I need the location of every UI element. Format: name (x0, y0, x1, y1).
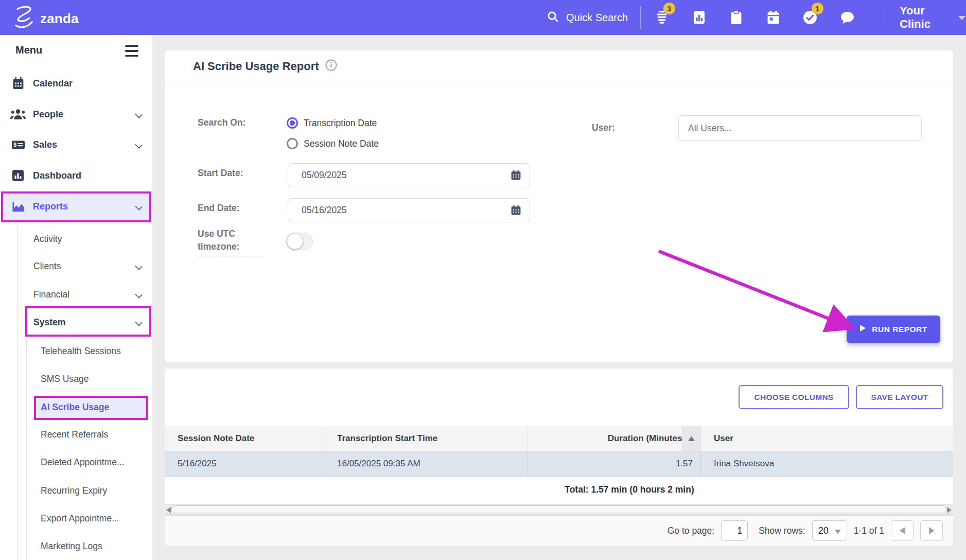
chevron-down-icon (135, 291, 142, 298)
svg-text:$: $ (13, 142, 16, 148)
run-report-label: RUN REPORT (872, 325, 927, 334)
previous-page-button[interactable] (891, 520, 914, 541)
report-title-bar: AI Scribe Usage Report (165, 50, 953, 82)
sidebar-item-export-appointments[interactable]: Export Appointme... (0, 507, 152, 530)
session-note-date-radio[interactable]: Session Note Date (287, 138, 379, 149)
sidebar: Menu Calendar (0, 35, 152, 560)
sidebar-item-system[interactable]: System (0, 311, 152, 334)
scroll-left-icon[interactable] (166, 506, 171, 515)
column-header-transcription-start-time[interactable]: Transcription Start Time (324, 426, 528, 451)
tasks-icon[interactable]: 3 (652, 7, 672, 28)
scroll-right-icon[interactable] (947, 506, 952, 515)
check-circle-icon[interactable]: 1 (800, 7, 820, 28)
sidebar-item-clients[interactable]: Clients (0, 255, 152, 277)
utc-toggle[interactable] (286, 233, 313, 250)
sidebar-item-label: Clients (33, 261, 61, 272)
next-page-button[interactable] (920, 520, 943, 541)
user-input[interactable] (678, 115, 922, 141)
sidebar-item-activity[interactable]: Activity (0, 227, 152, 250)
radio-label: Transcription Date (304, 118, 377, 129)
sidebar-item-recent-referrals[interactable]: Recent Referrals (0, 423, 152, 446)
show-rows-select[interactable]: 20 (812, 520, 847, 541)
radio-label: Session Note Date (304, 138, 379, 149)
tasks-badge: 3 (663, 3, 675, 14)
table-header-row: Session Note Date Transcription Start Ti… (165, 426, 953, 451)
page-title: AI Scribe Usage Report (193, 60, 319, 73)
sidebar-item-calendar[interactable]: Calendar (0, 72, 152, 95)
sort-ascending-icon[interactable] (682, 426, 700, 451)
chevron-down-icon (135, 141, 142, 148)
hamburger-icon[interactable] (125, 45, 138, 57)
end-date-input[interactable] (288, 198, 530, 222)
sidebar-item-deleted-appointments[interactable]: Deleted Appointme... (0, 451, 152, 474)
brand-name: zanda (40, 11, 79, 27)
clipboard-icon[interactable] (726, 7, 746, 28)
results-card: CHOOSE COLUMNS SAVE LAYOUT Session Note … (165, 369, 953, 546)
chevron-down-icon (135, 203, 142, 210)
topbar-divider-2 (889, 6, 889, 29)
sidebar-item-label: Financial (33, 289, 69, 300)
clinic-name: Your Clinic (900, 4, 951, 31)
quick-search[interactable]: Quick Search (547, 0, 628, 35)
scrollbar-thumb[interactable] (171, 505, 946, 513)
calendar-picker-icon[interactable] (511, 205, 522, 216)
info-icon[interactable] (325, 59, 337, 73)
people-icon (10, 109, 26, 120)
sidebar-item-label: Activity (33, 234, 62, 244)
zanda-logo[interactable]: zanda (12, 5, 79, 32)
sidebar-item-sales[interactable]: $ Sales (0, 133, 152, 156)
table-row[interactable]: 5/16/2025 16/05/2025 09:35 AM 1.57 Irina… (165, 451, 953, 477)
start-date-label: Start Date: (198, 168, 243, 179)
chat-icon[interactable] (837, 7, 857, 28)
cell-transcription-start-time: 16/05/2025 09:35 AM (324, 451, 528, 477)
quick-search-label: Quick Search (566, 12, 628, 24)
duration-header-label: Duration (Minutes) (528, 426, 685, 451)
sidebar-item-recurring-expiry[interactable]: Recurring Expiry (0, 479, 152, 502)
top-navigation-bar: zanda Quick Search 3 (0, 0, 966, 35)
transcription-date-radio[interactable]: Transcription Date (287, 117, 377, 129)
sidebar-item-marketing-logs[interactable]: Marketing Logs (0, 535, 152, 557)
sidebar-item-reports[interactable]: Reports (0, 195, 152, 218)
chevron-down-icon (135, 262, 142, 270)
page-number-input[interactable] (721, 520, 748, 541)
sidebar-item-label: Recent Referrals (41, 429, 108, 440)
calendar-picker-icon[interactable] (511, 170, 522, 181)
start-date-input[interactable] (288, 163, 530, 187)
cell-session-note-date: 5/16/2025 (165, 451, 324, 477)
calendar-icon-topbar[interactable] (763, 7, 783, 28)
save-layout-button[interactable]: SAVE LAYOUT (856, 385, 943, 409)
dashboard-chart-icon[interactable] (689, 7, 709, 28)
sidebar-item-dashboard[interactable]: Dashboard (0, 164, 152, 187)
sidebar-item-ai-scribe-usage[interactable]: AI Scribe Usage (0, 396, 152, 418)
sales-icon: $ (10, 138, 26, 151)
sidebar-item-telehealth-sessions[interactable]: Telehealth Sessions (0, 340, 152, 362)
choose-columns-button[interactable]: CHOOSE COLUMNS (739, 385, 849, 409)
sidebar-item-label: SMS Usage (41, 374, 89, 384)
pagination-bar: Go to page: Show rows: 20 1-1 of 1 (165, 515, 953, 546)
column-header-user[interactable]: User (701, 426, 953, 451)
cell-duration: 1.57 (528, 451, 701, 477)
horizontal-scrollbar[interactable] (165, 504, 953, 515)
column-header-session-note-date[interactable]: Session Note Date (165, 426, 324, 451)
clinic-dropdown[interactable]: Your Clinic (900, 0, 966, 35)
annotation-arrow (648, 246, 870, 344)
select-caret-icon (835, 526, 841, 536)
sidebar-item-people[interactable]: People (0, 103, 152, 126)
column-header-duration[interactable]: Duration (Minutes) (528, 426, 701, 451)
sidebar-header: Menu (0, 42, 152, 61)
sidebar-item-label: Reports (33, 201, 68, 212)
topbar-icon-strip: 3 (652, 0, 857, 35)
sidebar-item-label: Calendar (33, 78, 73, 89)
approvals-badge: 1 (812, 3, 823, 14)
run-report-button[interactable]: RUN REPORT (847, 316, 940, 343)
sidebar-item-financial[interactable]: Financial (0, 283, 152, 306)
show-rows-label: Show rows: (759, 526, 805, 536)
calendar-icon (10, 77, 26, 90)
user-label: User: (592, 122, 615, 133)
sidebar-item-label: People (33, 109, 63, 120)
search-icon (547, 10, 559, 25)
chevron-down-icon (135, 319, 142, 326)
total-summary: Total: 1.57 min (0 hours 2 min) (165, 477, 966, 502)
sidebar-item-sms-usage[interactable]: SMS Usage (0, 367, 152, 390)
reports-icon (10, 201, 26, 213)
